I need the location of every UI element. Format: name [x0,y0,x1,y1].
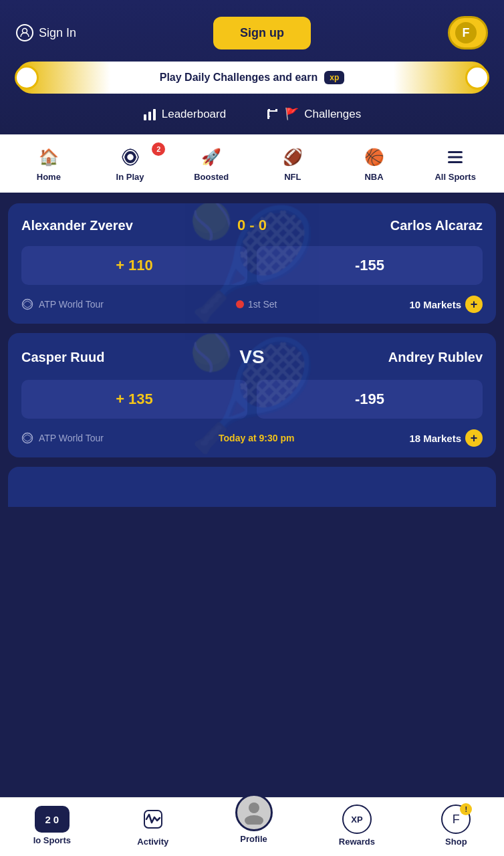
player1-name-2: Casper Ruud [21,350,233,365]
svg-point-13 [245,815,263,825]
signup-button[interactable]: Sign up [213,17,311,49]
xp-badge: xp [324,71,344,84]
leaderboard-label: Leaderboard [162,108,226,121]
banner-dot-right [465,66,489,90]
odd-btn-1-2[interactable]: -155 [257,246,483,285]
tab-boosted-label: Boosted [194,172,229,182]
svg-rect-7 [448,156,463,158]
rewards-icon: XP [342,805,372,834]
odd-btn-1-1[interactable]: + 110 [21,246,247,285]
markets-count-2: 18 Markets [409,433,461,444]
matches-container: 🎾 Alexander Zverev 0 - 0 Carlos Alcaraz … [0,193,504,518]
time-prefix-2: Today at [219,433,257,443]
odd-btn-2-2[interactable]: -195 [257,380,483,419]
tournament-1: ATP World Tour [21,298,104,310]
tab-inplay[interactable]: 2 In Play [90,141,171,186]
status-label-1: 1st Set [248,299,277,310]
header: Sign In Sign up F Play Daily Challenges … [0,0,504,134]
tab-nba[interactable]: 🏀 NBA [334,141,415,186]
tournament-2: ATP World Tour [21,432,104,444]
match-card-2: 🎾 Casper Ruud VS Andrey Rublev + 135 -19… [8,333,496,457]
player2-name-1: Carlos Alcaraz [273,218,483,233]
match-header-1: Alexander Zverev 0 - 0 Carlos Alcaraz [21,217,483,234]
tab-boosted[interactable]: 🚀 Boosted [170,141,252,186]
svg-rect-2 [148,112,151,120]
match-markets-1[interactable]: 10 Markets + [409,296,483,313]
player2-name-2: Andrey Rublev [271,350,483,365]
bottom-nav-activity[interactable]: Activity [137,805,168,847]
home-icon: 🏠 [37,145,61,169]
markets-count-1: 10 Markets [409,299,461,310]
match-footer-1: ATP World Tour 1st Set 10 Markets + [21,296,483,313]
challenges-link[interactable]: 🚩 Challenges [266,107,361,121]
markets-plus-2[interactable]: + [465,429,483,447]
activity-icon [138,805,168,834]
bottom-nav: 2 0 Io Sports Activity Profile XP Reward… [0,797,504,856]
match-odds-1: + 110 -155 [21,246,483,285]
coin-badge[interactable]: F [448,16,488,49]
profile-label: Profile [240,834,267,844]
match-card-1: 🎾 Alexander Zverev 0 - 0 Carlos Alcaraz … [8,203,496,324]
svg-rect-3 [153,109,156,120]
time-value-2: 9:30 pm [259,433,294,443]
header-links: Leaderboard 🚩 Challenges [16,107,488,121]
odd-btn-2-1[interactable]: + 135 [21,380,247,419]
tab-home[interactable]: 🏠 Home [8,141,90,186]
bottom-nav-profile[interactable]: Profile [235,807,273,844]
svg-rect-4 [267,110,269,119]
match-markets-2[interactable]: 18 Markets + [409,429,483,447]
sign-in-link[interactable]: Sign In [16,24,76,41]
nav-tabs: 🏠 Home 2 In Play 🚀 Boosted 🏈 NFL 🏀 NB [0,134,504,193]
match-footer-2: ATP World Tour Today at 9:30 pm 18 Marke… [21,429,483,447]
match-status-1: 1st Set [236,299,277,310]
svg-rect-6 [448,151,463,153]
match-header-2: Casper Ruud VS Andrey Rublev [21,346,483,368]
bottom-nav-sports[interactable]: 2 0 Io Sports [33,806,71,845]
tab-inplay-label: In Play [116,172,144,182]
nba-icon: 🏀 [362,145,386,169]
challenges-label: Challenges [304,108,361,121]
allsports-icon [443,145,467,169]
shop-label: Shop [445,837,467,847]
match-time-2: Today at 9:30 pm [219,433,294,443]
inplay-badge: 2 [152,142,165,156]
svg-rect-8 [448,161,463,163]
sports-icon: 2 0 [35,806,70,833]
tournament-label-1: ATP World Tour [39,299,104,310]
boosted-icon: 🚀 [199,145,223,169]
header-top: Sign In Sign up F [16,16,488,49]
markets-plus-1[interactable]: + [465,296,483,313]
banner-dot-left [15,66,39,90]
live-dot-1 [236,300,244,308]
banner-text: Play Daily Challenges and earn [160,72,318,84]
activity-label: Activity [137,837,168,847]
shop-icon: F ! [441,805,471,834]
svg-point-5 [126,153,134,161]
leaderboard-link[interactable]: Leaderboard [143,107,226,121]
tab-home-label: Home [37,172,61,182]
sign-in-label: Sign In [39,26,76,40]
tab-allsports[interactable]: All Sports [414,141,496,186]
sports-label: Io Sports [33,835,71,845]
sports-count-2: 0 [53,814,59,825]
tab-nfl[interactable]: 🏈 NFL [252,141,334,186]
player1-name-1: Alexander Zverev [21,218,231,233]
match-card-partial [8,467,496,507]
match-score-1: 0 - 0 [231,217,273,234]
coin-icon: F [455,22,477,43]
tab-nfl-label: NFL [284,172,301,182]
rewards-label: Rewards [339,837,375,847]
svg-point-12 [249,802,259,813]
bottom-nav-rewards[interactable]: XP Rewards [339,805,375,847]
inplay-icon [118,145,142,169]
banner: Play Daily Challenges and earn xp [16,62,488,94]
match-vs-2: VS [233,346,271,368]
profile-icon [235,794,273,831]
shop-badge: ! [460,803,472,815]
tab-allsports-label: All Sports [434,172,475,182]
svg-rect-1 [144,114,146,120]
tournament-label-2: ATP World Tour [39,433,104,443]
bottom-nav-shop[interactable]: F ! Shop [441,805,471,847]
tab-nba-label: NBA [364,172,383,182]
nfl-icon: 🏈 [281,145,305,169]
